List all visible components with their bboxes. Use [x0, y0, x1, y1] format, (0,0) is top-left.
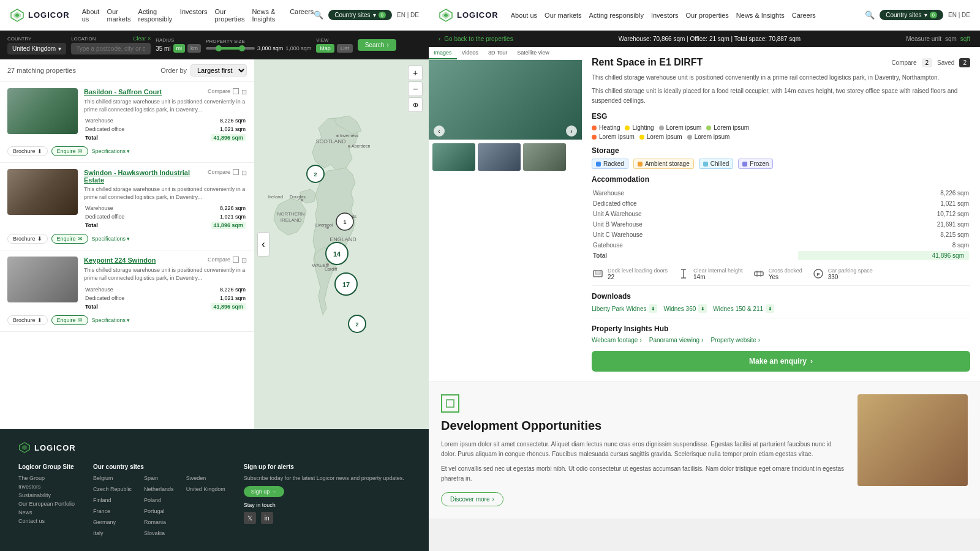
footer-link-contact[interactable]: Contact us — [18, 518, 75, 524]
left-country-btn[interactable]: Country sites ▾ 0 — [328, 10, 392, 20]
clear-height-item: Clear internal height 14m — [677, 268, 743, 280]
tab-3dtour[interactable]: 3D Tour — [483, 47, 512, 59]
size-slider[interactable] — [206, 47, 255, 50]
footer-country-cz[interactable]: Czech Republic — [93, 486, 132, 492]
right-nav-investors[interactable]: Investors — [651, 12, 679, 19]
hub-panorama[interactable]: Panorama viewing › — [649, 337, 704, 343]
download-2[interactable]: Widnes 360 ⬇ — [663, 304, 707, 313]
footer-link-investors[interactable]: Investors — [18, 484, 75, 490]
nav-investors[interactable]: Investors — [180, 8, 208, 23]
footer-country-nl[interactable]: Netherlands — [144, 486, 174, 492]
sqm-btn[interactable]: sqm — [945, 36, 957, 42]
zoom-out-btn[interactable]: − — [408, 81, 423, 96]
bookmark-icon-3[interactable]: ⊡ — [241, 257, 247, 264]
right-logo[interactable]: LOGICOR — [439, 8, 499, 23]
thumb-3[interactable] — [523, 143, 566, 171]
right-nav-news[interactable]: News & Insights — [736, 12, 785, 19]
lorem4-dot — [639, 135, 644, 140]
footer-country-uk[interactable]: United Kingdom — [186, 486, 225, 492]
spec-btn-2[interactable]: Specifications ▾ — [92, 236, 130, 242]
thumb-1[interactable] — [432, 143, 475, 171]
footer-country-ro[interactable]: Romania — [144, 519, 174, 525]
map-prev-btn[interactable]: ‹ — [257, 232, 270, 257]
property-title-1[interactable]: Basildon - Saffron Court — [84, 88, 162, 96]
clear-location-btn[interactable]: Clear × — [133, 36, 151, 42]
right-nav-about[interactable]: About us — [511, 12, 537, 19]
brochure-btn-2[interactable]: Brochure ⬇ — [7, 234, 48, 244]
nav-news[interactable]: News & Insights — [252, 8, 282, 23]
enquire-btn-3[interactable]: Enquire ✉ — [51, 315, 88, 325]
enquire-btn-2[interactable]: Enquire ✉ — [51, 234, 88, 244]
image-next-btn[interactable]: › — [566, 126, 577, 137]
footer-country-fr[interactable]: France — [93, 508, 132, 514]
footer-link-news[interactable]: News — [18, 509, 75, 515]
esg-lorem2: Lorem ipsum — [706, 124, 749, 131]
nav-careers[interactable]: Careers — [290, 8, 314, 23]
brochure-btn-1[interactable]: Brochure ⬇ — [7, 146, 48, 156]
bookmark-icon-1[interactable]: ⊡ — [241, 88, 247, 96]
spec-btn-1[interactable]: Specifications ▾ — [92, 148, 130, 154]
left-logo[interactable]: LOGICOR — [10, 8, 70, 23]
search-button[interactable]: Search › — [358, 39, 396, 51]
footer-country-pl[interactable]: Poland — [144, 497, 174, 503]
footer-link-portfolio[interactable]: Our European Portfolio — [18, 501, 75, 507]
footer-link-sustain[interactable]: Sustainability — [18, 492, 75, 498]
linkedin-icon[interactable]: in — [261, 512, 273, 524]
nav-about[interactable]: About us — [82, 8, 100, 23]
footer-country-es[interactable]: Spain — [144, 475, 174, 481]
footer-country-pt[interactable]: Portugal — [144, 508, 174, 514]
footer-country-de[interactable]: Germany — [93, 519, 132, 525]
discover-more-btn[interactable]: Discover more › — [441, 492, 503, 506]
nav-markets[interactable]: Our markets — [107, 8, 130, 23]
signup-btn[interactable]: Sign up → — [244, 486, 284, 497]
thumb-2[interactable] — [478, 143, 521, 171]
search-icon[interactable]: 🔍 — [314, 10, 323, 20]
right-nav-responsible[interactable]: Acting responsibly — [589, 12, 644, 19]
right-country-btn[interactable]: Country sites ▾ 0 — [880, 10, 943, 20]
compare-checkbox-1[interactable] — [233, 88, 239, 94]
bookmark-icon-2[interactable]: ⊡ — [241, 169, 247, 177]
footer-link-group[interactable]: The Group — [18, 475, 75, 481]
property-title-3[interactable]: Keypoint 224 Swindon — [84, 257, 156, 264]
enquiry-btn[interactable]: Make an enquiry › — [592, 351, 970, 372]
radius-km-btn[interactable]: km — [187, 44, 201, 53]
right-nav-properties[interactable]: Our properties — [686, 12, 729, 19]
enquire-btn-1[interactable]: Enquire ✉ — [51, 146, 88, 156]
download-1[interactable]: Liberty Park Widnes ⬇ — [592, 304, 657, 313]
tab-images[interactable]: Images — [429, 47, 457, 59]
tab-satellite[interactable]: Satellite view — [512, 47, 554, 59]
list-view-btn[interactable]: List — [337, 44, 353, 53]
footer-country-it[interactable]: Italy — [93, 530, 132, 536]
footer-country-be[interactable]: Belgium — [93, 475, 132, 481]
spec-btn-3[interactable]: Specifications ▾ — [92, 317, 130, 323]
brochure-btn-3[interactable]: Brochure ⬇ — [7, 315, 48, 325]
download-3[interactable]: Widnes 150 & 211 ⬇ — [713, 304, 774, 313]
image-prev-btn[interactable]: ‹ — [434, 126, 445, 137]
radius-mi-btn[interactable]: mi — [173, 44, 186, 53]
country-select[interactable]: United Kingdom ▾ — [7, 43, 66, 54]
back-link[interactable]: Go back to the properties — [444, 36, 513, 42]
footer-country-se[interactable]: Sweden — [186, 475, 225, 481]
location-btn[interactable]: ⊕ — [408, 97, 423, 112]
map-area[interactable]: ‹ + − ⊕ SCOTLAND — [254, 59, 429, 429]
hub-webcam[interactable]: Webcam footage › — [592, 337, 642, 343]
zoom-in-btn[interactable]: + — [408, 66, 423, 80]
property-title-2[interactable]: Swindon - Hawksworth Industrial Estate — [84, 169, 208, 184]
nav-properties[interactable]: Our properties — [214, 8, 244, 23]
right-nav-markets[interactable]: Our markets — [545, 12, 582, 19]
order-select[interactable]: Largest first — [190, 64, 247, 77]
sqft-btn[interactable]: sqft — [960, 36, 970, 42]
property-details-row: Dock level loading doors 22 — [592, 268, 970, 280]
nav-responsible[interactable]: Acting responsibly — [138, 8, 173, 23]
hub-website[interactable]: Property website › — [710, 337, 760, 343]
compare-checkbox-2[interactable] — [233, 169, 239, 175]
twitter-icon[interactable]: 𝕏 — [244, 512, 256, 524]
tab-videos[interactable]: Videos — [457, 47, 483, 59]
location-input[interactable] — [71, 43, 151, 54]
footer-country-fi[interactable]: Finland — [93, 497, 132, 503]
compare-checkbox-3[interactable] — [233, 257, 239, 263]
map-view-btn[interactable]: Map — [316, 44, 334, 53]
footer-country-sk[interactable]: Slovakia — [144, 530, 174, 536]
right-nav-careers[interactable]: Careers — [792, 12, 816, 19]
right-search-icon[interactable]: 🔍 — [865, 10, 875, 20]
